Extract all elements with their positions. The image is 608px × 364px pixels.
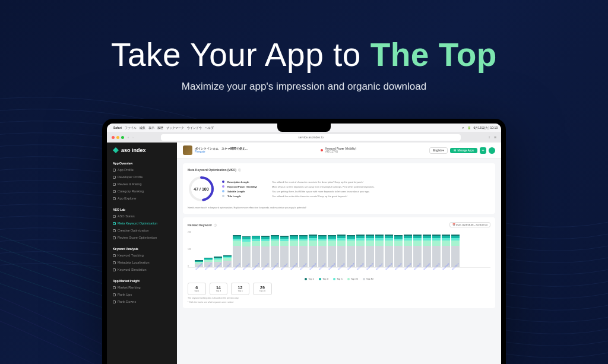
language-selector[interactable]: English ▾: [429, 147, 448, 154]
bar-column[interactable]: [290, 231, 298, 267]
minimize-button[interactable]: [116, 136, 119, 139]
nav-kw-sim[interactable]: Keyword Simulation: [107, 266, 177, 273]
nav-rank-downs[interactable]: Rank Downs: [107, 298, 177, 305]
bar-column[interactable]: [271, 231, 279, 267]
bar-column[interactable]: [195, 231, 203, 267]
chart-legend-item[interactable]: Top 10: [347, 277, 358, 280]
chart-legend-item[interactable]: Top 5: [333, 277, 343, 280]
bar-column[interactable]: [404, 231, 412, 267]
bar-column[interactable]: [337, 231, 346, 267]
bar-column[interactable]: [252, 231, 260, 267]
maximize-button[interactable]: [121, 136, 124, 139]
nav-metadata[interactable]: Metadata Localization: [107, 259, 177, 266]
nav-rank-ups[interactable]: Rank Ups: [107, 291, 177, 298]
legend-desc: You are getting there, but fill the spac…: [272, 190, 490, 193]
menu-bookmarks[interactable]: ブックマーク: [166, 126, 184, 129]
nav-explorer[interactable]: App Explorer: [107, 195, 177, 202]
bar-column[interactable]: [223, 231, 232, 267]
nav-app-profile[interactable]: App Profile: [107, 166, 177, 173]
menu-edit[interactable]: 編集: [140, 126, 145, 129]
bar-column[interactable]: [375, 231, 384, 267]
footnote-2: * Click the box to see what keywords wer…: [188, 301, 490, 303]
chart-legend-item[interactable]: Top 3: [319, 277, 328, 280]
add-button[interactable]: +: [480, 147, 486, 154]
nav-meta-keyword[interactable]: Meta Keyword Optimization: [107, 220, 177, 227]
battery-icon[interactable]: 🔋: [467, 126, 471, 129]
app-icon[interactable]: [183, 145, 192, 155]
menu-view[interactable]: 表示: [148, 126, 154, 129]
nav-kw-tracking[interactable]: Keyword Tracking: [107, 252, 177, 259]
bar-column[interactable]: [347, 231, 355, 267]
bar-column[interactable]: [366, 231, 374, 267]
menubar-date[interactable]: 6月13日(火) 10:13: [473, 126, 498, 129]
bar-column[interactable]: [261, 231, 270, 267]
menu-help[interactable]: ヘルプ: [205, 126, 214, 129]
chart-legend-item[interactable]: Top 1: [305, 277, 314, 280]
bar-column[interactable]: [423, 231, 431, 267]
menu-window[interactable]: ウインドウ: [187, 126, 202, 129]
legend-row: Description LengthYou utilized the most …: [222, 181, 490, 183]
nav-label: Keyword Simulation: [118, 268, 147, 271]
bar-column[interactable]: [385, 231, 393, 267]
nav-review[interactable]: Review & Rating: [107, 181, 177, 188]
nav-back-icon[interactable]: ‹: [128, 135, 129, 139]
tabs-icon[interactable]: ⊞: [494, 135, 496, 139]
nav-fwd-icon[interactable]: ›: [132, 135, 134, 139]
stat-box[interactable]: 6Top 1: [188, 283, 206, 295]
stat-box[interactable]: 29Top 10: [253, 283, 273, 295]
bar-column[interactable]: [318, 231, 327, 267]
info-icon[interactable]: ⓘ: [214, 223, 217, 227]
menu-history[interactable]: 履歴: [157, 126, 163, 129]
stat-box[interactable]: 12Top 5: [231, 283, 249, 295]
y-tick: 200: [188, 231, 191, 233]
bar-column[interactable]: [309, 231, 317, 267]
wifi-icon[interactable]: ᯤ: [462, 126, 465, 129]
stat-label: Top 10: [259, 290, 266, 292]
close-button[interactable]: [112, 136, 115, 139]
bar-column[interactable]: [299, 231, 308, 267]
manage-apps-button[interactable]: ⊞Manage Apps: [450, 148, 477, 153]
app-publisher[interactable]: Finegate: [195, 150, 248, 153]
logo[interactable]: aso index: [107, 147, 177, 158]
ranked-card: Ranked Keyword ⓘ 📅 Date 2023.08.08 - 202…: [183, 217, 495, 308]
manage-label: Manage Apps: [457, 149, 474, 152]
bar-column[interactable]: [242, 231, 251, 267]
nav-creative[interactable]: Creative Optimization: [107, 227, 177, 234]
nav-section-overview: App Overview: [107, 160, 177, 166]
y-tick: 0: [188, 265, 191, 267]
nav-market-rank[interactable]: Market Ranking: [107, 284, 177, 291]
bar-column[interactable]: [394, 231, 403, 267]
bar-segment: [356, 240, 365, 246]
url-bar[interactable]: service.asoindex.io: [161, 134, 461, 141]
bar-column[interactable]: [214, 231, 222, 267]
nav-aso-status[interactable]: ASO Status: [107, 213, 177, 220]
bar-column[interactable]: [442, 231, 450, 267]
pulse-icon: [113, 215, 116, 218]
sidebar: aso index App Overview App Profile Devel…: [107, 143, 177, 364]
avatar[interactable]: [489, 147, 495, 154]
bar-column[interactable]: [413, 231, 422, 267]
legend-desc: Most of your current keywords are away f…: [272, 185, 490, 188]
nav-category[interactable]: Category Ranking: [107, 188, 177, 195]
nav-review-opt[interactable]: Review Score Optimization: [107, 234, 177, 241]
bar-column[interactable]: [356, 231, 365, 267]
bar-column[interactable]: [432, 231, 441, 267]
headline-accent: The Top: [370, 36, 497, 73]
stat-box[interactable]: 14Top 3: [210, 283, 228, 295]
share-icon[interactable]: ⇪: [488, 135, 490, 139]
bar-column[interactable]: [204, 231, 213, 267]
legend-row: Subtitle LengthYou are getting there, bu…: [222, 190, 490, 193]
app-container: aso index App Overview App Profile Devel…: [107, 143, 501, 364]
menubar-app[interactable]: Safari: [113, 126, 122, 129]
y-tick: 100: [188, 248, 191, 251]
bar-column[interactable]: [451, 231, 460, 267]
menu-file[interactable]: ファイル: [125, 126, 137, 129]
date-range-picker[interactable]: 📅 Date 2023.08.08 - 2023.09.04: [449, 222, 490, 227]
bar-column[interactable]: [328, 231, 336, 267]
info-icon[interactable]: ⓘ: [238, 168, 241, 172]
bar-column[interactable]: [280, 231, 289, 267]
bar-segment: [299, 240, 308, 246]
nav-dev-profile[interactable]: Developer Profile: [107, 173, 177, 181]
bar-column[interactable]: [233, 231, 241, 267]
chart-legend-item[interactable]: Top 30: [363, 277, 373, 280]
